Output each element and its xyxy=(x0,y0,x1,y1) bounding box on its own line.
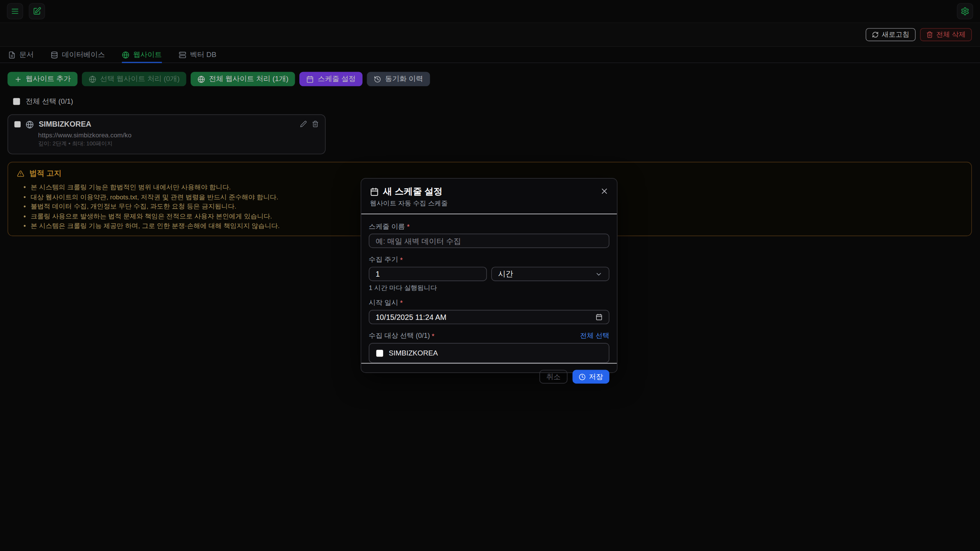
target-checkbox[interactable] xyxy=(376,349,383,356)
cancel-button[interactable]: 취소 xyxy=(539,370,567,384)
required-mark: * xyxy=(432,332,434,340)
interval-unit-value: 시간 xyxy=(498,269,513,279)
schedule-name-group: 스케줄 이름 * xyxy=(369,222,609,248)
targets-select-all-link[interactable]: 전체 선택 xyxy=(580,331,609,340)
start-datetime-group: 시작 일시 * 10/15/2025 11:24 AM xyxy=(369,298,609,324)
interval-label-row: 수집 주기 * xyxy=(369,255,609,264)
targets-group: 수집 대상 선택 (0/1) * 전체 선택 SIMBIZKOREA xyxy=(369,331,609,363)
schedule-name-label: 스케줄 이름 xyxy=(369,222,405,231)
targets-label: 수집 대상 선택 (0/1) xyxy=(369,331,430,340)
save-label: 저장 xyxy=(589,372,603,381)
save-button[interactable]: 저장 xyxy=(573,370,609,384)
interval-inputs-row: 시간 xyxy=(369,267,609,281)
interval-label: 수집 주기 xyxy=(369,255,398,264)
calendar-icon xyxy=(596,314,603,321)
modal-title-row: 새 스케줄 설정 xyxy=(370,186,608,197)
modal-header: 새 스케줄 설정 웹사이트 자동 수집 스케줄 xyxy=(361,179,617,214)
clock-icon xyxy=(579,373,586,380)
new-schedule-modal: 새 스케줄 설정 웹사이트 자동 수집 스케줄 스케줄 이름 * 수집 주기 * xyxy=(361,178,617,373)
close-icon xyxy=(600,187,609,196)
calendar-icon xyxy=(370,187,379,196)
interval-value-input[interactable] xyxy=(369,267,487,281)
interval-unit-select[interactable]: 시간 xyxy=(491,267,609,281)
targets-label-row: 수집 대상 선택 (0/1) * 전체 선택 xyxy=(369,331,609,340)
target-name: SIMBIZKOREA xyxy=(389,349,438,357)
start-datetime-label-row: 시작 일시 * xyxy=(369,298,609,307)
required-mark: * xyxy=(400,256,403,264)
schedule-name-input[interactable] xyxy=(369,234,609,248)
target-item[interactable]: SIMBIZKOREA xyxy=(376,349,602,357)
required-mark: * xyxy=(407,223,410,230)
schedule-name-label-row: 스케줄 이름 * xyxy=(369,222,609,231)
modal-footer: 취소 저장 xyxy=(361,363,617,389)
close-modal-button[interactable] xyxy=(600,187,609,196)
modal-title: 새 스케줄 설정 xyxy=(383,186,443,197)
targets-list: SIMBIZKOREA xyxy=(369,343,609,363)
interval-group: 수집 주기 * 시간 1 시간 마다 실행됩니다 xyxy=(369,255,609,292)
chevron-down-icon xyxy=(595,270,603,278)
app-root: 새로고침 전체 삭제 문서 데이터베이스 웹사이트 벡터 DB xyxy=(0,0,980,551)
start-datetime-value: 10/15/2025 11:24 AM xyxy=(376,313,446,321)
start-datetime-label: 시작 일시 xyxy=(369,298,398,307)
start-datetime-input[interactable]: 10/15/2025 11:24 AM xyxy=(369,310,609,324)
modal-subtitle: 웹사이트 자동 수집 스케줄 xyxy=(370,199,608,208)
interval-helper-text: 1 시간 마다 실행됩니다 xyxy=(369,284,609,292)
modal-body: 스케줄 이름 * 수집 주기 * 시간 1 시간 마다 실행됩니다 xyxy=(361,214,617,363)
required-mark: * xyxy=(400,299,403,306)
targets-label-wrap: 수집 대상 선택 (0/1) * xyxy=(369,331,434,340)
